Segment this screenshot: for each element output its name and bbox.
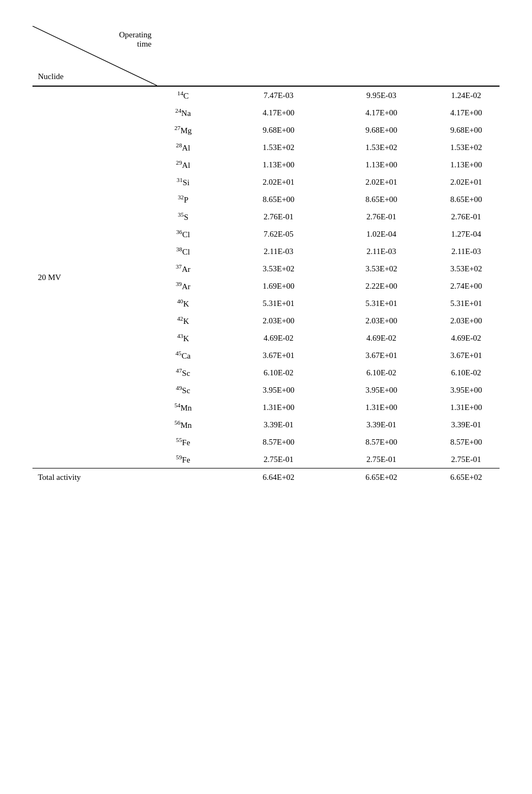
nuclide-cell: 42K — [139, 312, 227, 329]
value-cell-20: 2.11E-03 — [330, 243, 433, 260]
value-cell-10: 8.65E+00 — [227, 191, 330, 208]
value-cell-30: 8.65E+00 — [433, 191, 500, 208]
value-cell-10: 1.31E+00 — [227, 399, 330, 416]
value-cell-30: 1.53E+02 — [433, 139, 500, 156]
value-cell-10: 6.10E-02 — [227, 364, 330, 381]
value-cell-10: 2.03E+00 — [227, 312, 330, 329]
value-cell-10: 2.75E-01 — [227, 451, 330, 468]
value-cell-10: 3.95E+00 — [227, 381, 330, 399]
value-cell-10: 4.17E+00 — [227, 104, 330, 121]
value-cell-20: 1.31E+00 — [330, 399, 433, 416]
value-cell-20: 6.10E-02 — [330, 364, 433, 381]
value-cell-30: 4.69E-02 — [433, 329, 500, 347]
value-cell-10: 5.31E+01 — [227, 295, 330, 312]
value-cell-30: 6.10E-02 — [433, 364, 500, 381]
operating-time-label: Operatingtime — [119, 30, 152, 49]
value-cell-10: 9.68E+00 — [227, 121, 330, 139]
nuclide-cell: 47Sc — [139, 364, 227, 381]
value-cell-10: 1.69E+00 — [227, 277, 330, 295]
value-cell-30: 9.68E+00 — [433, 121, 500, 139]
nuclide-cell: 37Ar — [139, 260, 227, 277]
value-cell-30: 3.67E+01 — [433, 347, 500, 364]
nuclide-cell: 28Al — [139, 139, 227, 156]
value-cell-10: 8.57E+00 — [227, 433, 330, 451]
value-cell-10: 4.69E-02 — [227, 329, 330, 347]
total-value-30: 6.65E+02 — [433, 468, 500, 486]
header-20years — [227, 26, 330, 86]
table-row: 20 MV14C7.47E-039.95E-031.24E-02 — [32, 86, 500, 104]
value-cell-20: 2.03E+00 — [330, 312, 433, 329]
value-cell-10: 7.62E-05 — [227, 225, 330, 243]
value-cell-30: 2.74E+00 — [433, 277, 500, 295]
value-cell-10: 7.47E-03 — [227, 86, 330, 104]
value-cell-20: 3.67E+01 — [330, 347, 433, 364]
value-cell-10: 2.11E-03 — [227, 243, 330, 260]
value-cell-10: 3.67E+01 — [227, 347, 330, 364]
nuclide-cell: 38Cl — [139, 243, 227, 260]
nuclide-cell: 27Mg — [139, 121, 227, 139]
nuclide-cell: 56Mn — [139, 416, 227, 433]
nuclide-label: Nuclide — [38, 72, 63, 81]
value-cell-20: 2.76E-01 — [330, 208, 433, 225]
value-cell-30: 1.31E+00 — [433, 399, 500, 416]
value-cell-30: 2.76E-01 — [433, 208, 500, 225]
nuclide-cell: 31Si — [139, 173, 227, 191]
nuclide-cell: 49Sc — [139, 381, 227, 399]
value-cell-20: 8.57E+00 — [330, 433, 433, 451]
value-cell-20: 3.95E+00 — [330, 381, 433, 399]
value-cell-30: 2.11E-03 — [433, 243, 500, 260]
value-cell-30: 8.57E+00 — [433, 433, 500, 451]
nuclide-cell: 24Na — [139, 104, 227, 121]
value-cell-20: 2.02E+01 — [330, 173, 433, 191]
value-cell-30: 3.39E-01 — [433, 416, 500, 433]
value-cell-10: 1.13E+00 — [227, 156, 330, 173]
value-cell-30: 3.95E+00 — [433, 381, 500, 399]
value-cell-10: 2.02E+01 — [227, 173, 330, 191]
nuclide-cell: 35S — [139, 208, 227, 225]
value-cell-20: 8.65E+00 — [330, 191, 433, 208]
value-cell-30: 1.24E-02 — [433, 86, 500, 104]
value-cell-20: 9.95E-03 — [330, 86, 433, 104]
value-cell-20: 1.53E+02 — [330, 139, 433, 156]
value-cell-30: 2.75E-01 — [433, 451, 500, 468]
nuclide-cell: 14C — [139, 86, 227, 104]
value-cell-10: 1.53E+02 — [227, 139, 330, 156]
nuclide-cell: 32P — [139, 191, 227, 208]
total-value-10: 6.64E+02 — [227, 468, 330, 486]
nuclide-cell: 40K — [139, 295, 227, 312]
nuclide-cell: 36Cl — [139, 225, 227, 243]
energy-cell: 20 MV — [32, 86, 139, 468]
nuclide-cell: 59Fe — [139, 451, 227, 468]
header-energy: Operatingtime Nuclide — [32, 26, 227, 86]
value-cell-20: 2.22E+00 — [330, 277, 433, 295]
nuclide-cell: 55Fe — [139, 433, 227, 451]
value-cell-20: 2.75E-01 — [330, 451, 433, 468]
value-cell-10: 2.76E-01 — [227, 208, 330, 225]
value-cell-30: 1.27E-04 — [433, 225, 500, 243]
value-cell-30: 5.31E+01 — [433, 295, 500, 312]
nuclide-cell: 29Al — [139, 156, 227, 173]
nuclide-cell: 39Ar — [139, 277, 227, 295]
value-cell-20: 9.68E+00 — [330, 121, 433, 139]
total-row: Total activity6.64E+026.65E+026.65E+02 — [32, 468, 500, 486]
value-cell-20: 3.39E-01 — [330, 416, 433, 433]
value-cell-30: 3.53E+02 — [433, 260, 500, 277]
nuclide-cell: 43K — [139, 329, 227, 347]
value-cell-20: 1.02E-04 — [330, 225, 433, 243]
value-cell-20: 1.13E+00 — [330, 156, 433, 173]
value-cell-30: 4.17E+00 — [433, 104, 500, 121]
value-cell-30: 1.13E+00 — [433, 156, 500, 173]
nuclide-cell: 45Ca — [139, 347, 227, 364]
nuclide-cell: 54Mn — [139, 399, 227, 416]
value-cell-20: 3.53E+02 — [330, 260, 433, 277]
value-cell-20: 5.31E+01 — [330, 295, 433, 312]
total-value-20: 6.65E+02 — [330, 468, 433, 486]
value-cell-30: 2.03E+00 — [433, 312, 500, 329]
value-cell-10: 3.39E-01 — [227, 416, 330, 433]
value-cell-30: 2.02E+01 — [433, 173, 500, 191]
value-cell-20: 4.69E-02 — [330, 329, 433, 347]
header-30years — [330, 26, 433, 86]
total-label: Total activity — [32, 468, 227, 486]
value-cell-20: 4.17E+00 — [330, 104, 433, 121]
value-cell-10: 3.53E+02 — [227, 260, 330, 277]
